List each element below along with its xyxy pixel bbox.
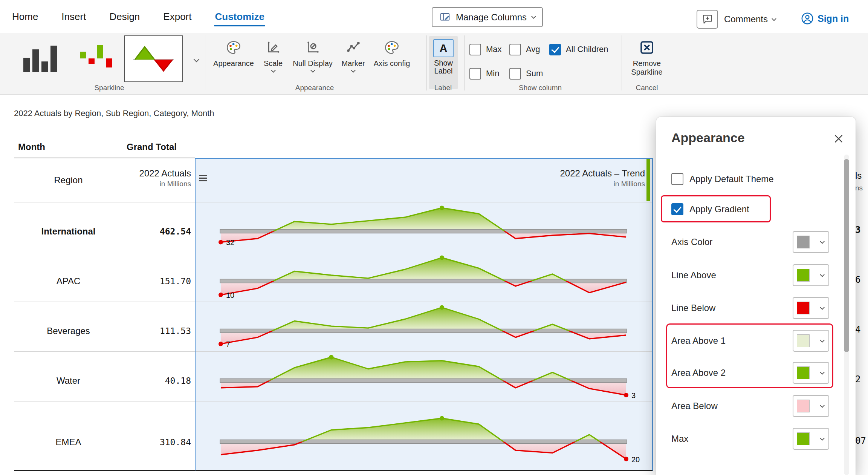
clipped-header-fragment: ls [855, 170, 868, 181]
row-value-apac[interactable]: 151.70 [121, 274, 191, 288]
axis-config-button[interactable]: Axis config [365, 40, 418, 68]
menu-tabs: Home Insert Design Export Customize [11, 0, 265, 33]
svg-text:20: 20 [631, 455, 640, 464]
show-label-line1: Show [434, 59, 453, 67]
row-value-water[interactable]: 40.18 [121, 374, 191, 388]
max-color-picker[interactable] [793, 428, 829, 450]
row-name-apac[interactable]: APAC [14, 274, 123, 288]
show-label-button[interactable]: A Show Label [429, 36, 458, 89]
sum-checkbox[interactable] [509, 68, 521, 80]
actuals-column-header[interactable]: 2022 Actuals in Millions [121, 168, 191, 188]
comments-dropdown[interactable]: Comments [724, 11, 776, 27]
appearance-button[interactable]: Appearance [208, 40, 259, 68]
tab-insert[interactable]: Insert [61, 3, 87, 31]
checkbox-row-avg[interactable]: Avg [509, 43, 540, 56]
clipped-header-fragment: ns [855, 184, 868, 192]
clipped-value-fragment: 2 [855, 374, 868, 385]
max-color-label: Max [671, 433, 688, 445]
month-header-cell[interactable]: Month [18, 140, 93, 154]
clipped-value-fragment: 6 [855, 274, 868, 285]
row-value-international[interactable]: 462.54 [121, 225, 191, 238]
tab-design[interactable]: Design [108, 3, 141, 31]
close-icon[interactable] [832, 132, 845, 146]
clipped-value-fragment: 4 [855, 324, 868, 335]
chart-type-variance-thumbnail[interactable] [72, 36, 120, 81]
panel-scrollbar-thumb[interactable] [844, 159, 849, 352]
line-below-swatch [797, 302, 810, 314]
actuals-header-title: 2022 Actuals [121, 168, 191, 179]
axis-color-picker[interactable] [793, 231, 829, 253]
tab-customize[interactable]: Customize [214, 3, 265, 31]
tab-export[interactable]: Export [162, 3, 192, 31]
checkbox-row-sum[interactable]: Sum [509, 67, 543, 80]
chart-type-sparkline-thumbnail-selected[interactable] [124, 35, 183, 82]
variance-chart-icon [77, 42, 115, 75]
insertion-indicator-bar [646, 159, 650, 201]
show-label-line2: Label [434, 67, 453, 75]
row-name-international[interactable]: International [14, 225, 123, 238]
apply-gradient-checkbox[interactable] [671, 203, 683, 215]
manage-columns-button[interactable]: Manage Columns [432, 7, 543, 27]
add-comment-icon [701, 13, 714, 25]
checkbox-row-min[interactable]: Min [469, 67, 499, 80]
scale-icon [266, 40, 281, 57]
column-chart-icon [20, 42, 58, 75]
region-header-cell[interactable]: Region [14, 173, 123, 187]
scale-button-label: Scale [264, 59, 283, 68]
apply-gradient-label: Apply Gradient [689, 204, 749, 215]
remove-sparkline-line2: Sparkline [631, 68, 662, 77]
trend-column-header[interactable]: 2022 Actuals – Trend in Millions [457, 168, 645, 188]
drag-handle-icon[interactable] [199, 175, 207, 181]
min-checkbox[interactable] [469, 68, 481, 80]
remove-sparkline-button[interactable]: Remove Sparkline [618, 40, 676, 77]
axis-config-icon [384, 40, 399, 57]
tab-home[interactable]: Home [11, 3, 39, 31]
row-value-emea[interactable]: 310.84 [121, 435, 191, 449]
apply-default-theme-label: Apply Default Theme [689, 174, 774, 184]
chart-type-column-thumbnail[interactable] [15, 36, 63, 81]
apply-default-theme-checkbox[interactable] [671, 173, 683, 185]
sparkline-water[interactable]: 3 [195, 351, 653, 401]
manage-columns-icon [439, 12, 451, 23]
chevron-down-icon [820, 436, 825, 441]
gallery-expand-chevron-icon[interactable] [194, 57, 200, 63]
line-above-picker[interactable] [793, 264, 829, 286]
selection-border-right [652, 158, 653, 470]
area-above-1-picker[interactable] [793, 330, 829, 352]
min-checkbox-label: Min [486, 69, 499, 78]
max-checkbox[interactable] [469, 44, 481, 55]
row-name-water[interactable]: Water [14, 374, 123, 388]
line-above-label: Line Above [671, 269, 716, 281]
scale-button[interactable]: Scale [256, 40, 290, 72]
sparkline-beverages[interactable]: 7 [195, 302, 653, 351]
marker-button-label: Marker [341, 59, 365, 68]
sparkline-apac[interactable]: 10 [195, 252, 653, 302]
area-above-2-picker[interactable] [793, 362, 829, 384]
chevron-down-icon [772, 16, 776, 21]
panel-title: Appearance [671, 130, 745, 145]
add-comment-button[interactable] [697, 10, 718, 29]
line-below-picker[interactable] [793, 297, 829, 319]
manage-columns-label: Manage Columns [456, 12, 527, 23]
sparkline-international[interactable]: 32 [195, 202, 653, 252]
apply-default-theme-checkbox-row[interactable]: Apply Default Theme [671, 172, 774, 186]
row-name-beverages[interactable]: Beverages [14, 324, 123, 338]
row-name-emea[interactable]: EMEA [14, 435, 123, 449]
all-children-checkbox[interactable] [549, 44, 561, 55]
sparkline-chart-icon [131, 41, 176, 76]
avg-checkbox[interactable] [509, 44, 521, 55]
chevron-down-icon [820, 239, 825, 244]
grand-total-header-cell[interactable]: Grand Total [127, 140, 277, 154]
sign-in-button[interactable]: Sign in [801, 10, 849, 27]
sparkline-emea[interactable]: 20 [195, 401, 653, 470]
row-value-beverages[interactable]: 111.53 [121, 324, 191, 338]
apply-gradient-checkbox-row[interactable]: Apply Gradient [671, 202, 749, 216]
area-below-label: Area Below [671, 400, 718, 412]
area-below-picker[interactable] [793, 395, 829, 417]
trend-header-subtitle: in Millions [457, 180, 645, 188]
max-checkbox-label: Max [486, 44, 502, 54]
checkbox-row-max[interactable]: Max [469, 43, 502, 56]
checkbox-row-all-children[interactable]: All Children [549, 43, 608, 56]
remove-sparkline-line1: Remove [633, 59, 661, 68]
null-display-button[interactable]: Null Display [286, 40, 339, 72]
